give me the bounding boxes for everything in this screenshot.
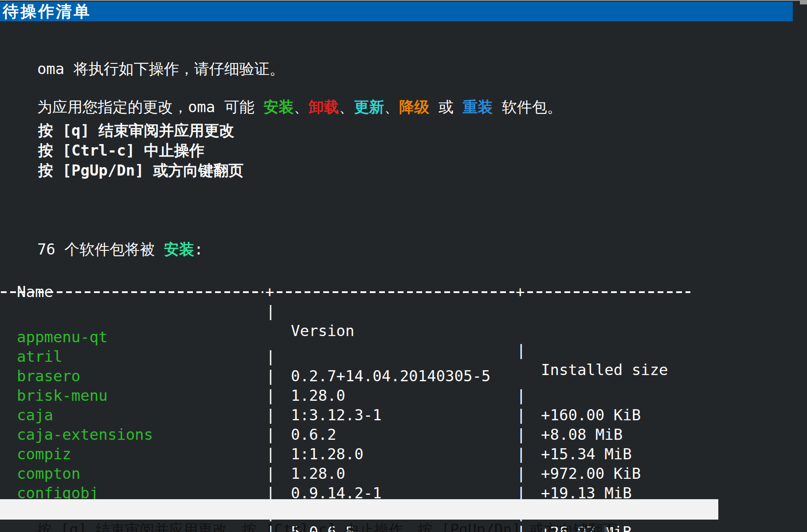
table-row: brasero | 1:3.12.3-1 | +15.34 MiB <box>0 347 807 366</box>
hotkey-page-line: 按 [PgUp/Dn] 或方向键翻页 <box>0 160 798 180</box>
hotkey-quit-line: 按 [q] 结束审阅并应用更改 <box>0 121 798 141</box>
separator-dashes <box>1 291 263 293</box>
count-install-word: 安装 <box>164 240 194 258</box>
count-suffix: : <box>194 240 203 258</box>
separator-dashes <box>527 291 690 293</box>
table-row: compiz | 0.9.14.2-1 | +26.97 MiB <box>0 425 807 444</box>
terminal-screen: 待操作清单 oma 将执行如下操作，请仔细验证。 为应用您指定的更改，oma 可… <box>0 0 807 532</box>
status-bar-text: 按 [q] 结束审阅并应用更改，按 [Ctrl-c] 中止操作，按 [PgUp/… <box>37 521 632 532</box>
table-row: caja | 1:1.28.0 | +19.13 MiB <box>0 386 807 405</box>
title-bar: 待操作清单 <box>0 2 793 21</box>
table-header-row: Name | Version | Installed size <box>0 262 807 282</box>
status-bar: 按 [q] 结束审阅并应用更改，按 [Ctrl-c] 中止操作，按 [PgUp/… <box>0 499 718 520</box>
possible-actions-text: 为应用您指定的更改，oma 可能 安装、卸载、更新、降级 或 重装 软件包。 <box>0 77 798 97</box>
action-reinstall-word: 重装 <box>462 98 493 116</box>
separator-cross: + <box>516 282 525 301</box>
page-title: 待操作清单 <box>3 1 91 23</box>
install-count-line: 76 个软件包将被 安装: <box>0 219 798 239</box>
table-separator-row: + + <box>0 282 807 301</box>
actions-suffix: 软件包。 <box>493 98 562 116</box>
table-row: atril | 1.28.0 | +8.08 MiB <box>0 327 807 347</box>
actions-prefix: 为应用您指定的更改，oma 可能 <box>37 98 263 116</box>
hotkey-abort-line: 按 [Ctrl-c] 中止操作 <box>0 141 798 160</box>
separator-cross: + <box>265 282 274 301</box>
table-row: caja-extensions | 1.28.0 | +2.88 MiB <box>0 405 807 425</box>
table-row: brisk-menu | 0.6.2 | +972.00 KiB <box>0 366 807 386</box>
action-install-word: 安装 <box>263 98 294 116</box>
action-remove-word: 卸载 <box>309 98 339 116</box>
count-prefix: 76 个软件包将被 <box>37 240 164 258</box>
table-row: compton | 1:0 | +20.00 KiB <box>0 444 807 464</box>
table-row: appmenu-qt | 0.2.7+14.04.20140305-5 | +1… <box>0 308 807 327</box>
intro-text: oma 将执行如下操作，请仔细验证。 <box>0 39 798 59</box>
window-top-edge <box>0 0 807 1</box>
window-corner-fragment <box>800 0 807 4</box>
action-downgrade-word: 降级 <box>399 98 429 116</box>
separator-dashes <box>277 291 514 293</box>
table-row: configobj | 5.0.6-5 | +812.00 KiB <box>0 464 807 483</box>
action-upgrade-word: 更新 <box>354 98 384 116</box>
